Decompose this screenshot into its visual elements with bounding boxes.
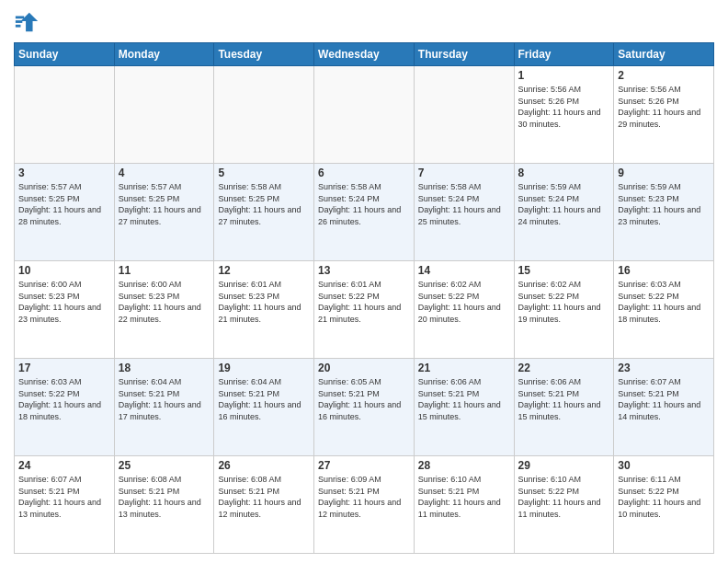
calendar-cell: 15Sunrise: 6:02 AMSunset: 5:22 PMDayligh… <box>514 261 614 359</box>
day-number: 25 <box>119 459 210 472</box>
day-number: 26 <box>218 459 310 472</box>
day-info: Sunrise: 5:57 AMSunset: 5:25 PMDaylight:… <box>18 181 110 227</box>
svg-rect-2 <box>16 16 24 18</box>
calendar-week-row: 3Sunrise: 5:57 AMSunset: 5:25 PMDaylight… <box>15 164 714 261</box>
day-number: 16 <box>618 264 710 277</box>
calendar-cell: 3Sunrise: 5:57 AMSunset: 5:25 PMDaylight… <box>15 164 115 261</box>
calendar-cell: 21Sunrise: 6:06 AMSunset: 5:21 PMDayligh… <box>414 359 514 456</box>
calendar-day-header: Monday <box>114 43 214 66</box>
calendar-cell: 11Sunrise: 6:00 AMSunset: 5:23 PMDayligh… <box>114 261 214 359</box>
calendar-cell: 26Sunrise: 6:08 AMSunset: 5:21 PMDayligh… <box>214 456 314 554</box>
calendar-cell: 17Sunrise: 6:03 AMSunset: 5:22 PMDayligh… <box>15 359 115 456</box>
calendar-cell: 19Sunrise: 6:04 AMSunset: 5:21 PMDayligh… <box>214 359 314 456</box>
calendar-cell: 9Sunrise: 5:59 AMSunset: 5:23 PMDaylight… <box>614 164 714 261</box>
day-number: 10 <box>18 264 110 277</box>
day-info: Sunrise: 6:03 AMSunset: 5:22 PMDaylight:… <box>618 279 710 325</box>
calendar-cell: 28Sunrise: 6:10 AMSunset: 5:21 PMDayligh… <box>414 456 514 554</box>
day-info: Sunrise: 5:59 AMSunset: 5:24 PMDaylight:… <box>518 181 610 227</box>
calendar-day-header: Wednesday <box>314 43 415 66</box>
day-number: 9 <box>618 167 710 179</box>
day-number: 6 <box>318 167 410 179</box>
calendar-cell: 10Sunrise: 6:00 AMSunset: 5:23 PMDayligh… <box>15 261 115 359</box>
day-number: 23 <box>618 362 710 374</box>
calendar-week-row: 24Sunrise: 6:07 AMSunset: 5:21 PMDayligh… <box>15 456 714 554</box>
day-info: Sunrise: 6:01 AMSunset: 5:23 PMDaylight:… <box>218 279 310 325</box>
day-number: 2 <box>618 69 710 82</box>
calendar-cell: 20Sunrise: 6:05 AMSunset: 5:21 PMDayligh… <box>314 359 415 456</box>
calendar-cell: 13Sunrise: 6:01 AMSunset: 5:22 PMDayligh… <box>314 261 415 359</box>
day-info: Sunrise: 5:57 AMSunset: 5:25 PMDaylight:… <box>119 181 210 227</box>
calendar-cell: 30Sunrise: 6:11 AMSunset: 5:22 PMDayligh… <box>614 456 714 554</box>
day-info: Sunrise: 6:11 AMSunset: 5:22 PMDaylight:… <box>618 474 710 520</box>
day-info: Sunrise: 6:00 AMSunset: 5:23 PMDaylight:… <box>18 279 110 325</box>
calendar-cell: 14Sunrise: 6:02 AMSunset: 5:22 PMDayligh… <box>414 261 514 359</box>
calendar-cell <box>414 66 514 164</box>
calendar-cell: 5Sunrise: 5:58 AMSunset: 5:25 PMDaylight… <box>214 164 314 261</box>
day-info: Sunrise: 6:02 AMSunset: 5:22 PMDaylight:… <box>518 279 610 325</box>
day-number: 22 <box>518 362 610 374</box>
page: SundayMondayTuesdayWednesdayThursdayFrid… <box>0 0 728 563</box>
calendar-week-row: 1Sunrise: 5:56 AMSunset: 5:26 PMDaylight… <box>15 66 714 164</box>
calendar-header-row: SundayMondayTuesdayWednesdayThursdayFrid… <box>15 43 714 66</box>
calendar-cell <box>214 66 314 164</box>
day-number: 4 <box>119 167 210 179</box>
day-info: Sunrise: 6:06 AMSunset: 5:21 PMDaylight:… <box>418 376 510 422</box>
day-info: Sunrise: 5:58 AMSunset: 5:24 PMDaylight:… <box>318 181 410 227</box>
calendar-week-row: 10Sunrise: 6:00 AMSunset: 5:23 PMDayligh… <box>15 261 714 359</box>
calendar-cell: 12Sunrise: 6:01 AMSunset: 5:23 PMDayligh… <box>214 261 314 359</box>
day-number: 29 <box>518 459 610 472</box>
calendar-cell: 22Sunrise: 6:06 AMSunset: 5:21 PMDayligh… <box>514 359 614 456</box>
day-number: 17 <box>18 362 110 374</box>
day-number: 28 <box>418 459 510 472</box>
day-info: Sunrise: 6:08 AMSunset: 5:21 PMDaylight:… <box>218 474 310 520</box>
day-info: Sunrise: 6:07 AMSunset: 5:21 PMDaylight:… <box>18 474 110 520</box>
day-number: 14 <box>418 264 510 277</box>
day-number: 8 <box>518 167 610 179</box>
day-info: Sunrise: 6:04 AMSunset: 5:21 PMDaylight:… <box>218 376 310 422</box>
day-number: 12 <box>218 264 310 277</box>
day-info: Sunrise: 6:08 AMSunset: 5:21 PMDaylight:… <box>119 474 210 520</box>
day-number: 1 <box>518 69 610 82</box>
calendar-cell: 24Sunrise: 6:07 AMSunset: 5:21 PMDayligh… <box>15 456 115 554</box>
logo-icon <box>14 9 40 35</box>
day-info: Sunrise: 6:03 AMSunset: 5:22 PMDaylight:… <box>18 376 110 422</box>
day-info: Sunrise: 6:01 AMSunset: 5:22 PMDaylight:… <box>318 279 410 325</box>
svg-rect-4 <box>16 25 21 28</box>
calendar-day-header: Friday <box>514 43 614 66</box>
day-info: Sunrise: 6:00 AMSunset: 5:23 PMDaylight:… <box>119 279 210 325</box>
day-number: 19 <box>218 362 310 374</box>
calendar-cell: 23Sunrise: 6:07 AMSunset: 5:21 PMDayligh… <box>614 359 714 456</box>
day-info: Sunrise: 6:05 AMSunset: 5:21 PMDaylight:… <box>318 376 410 422</box>
day-info: Sunrise: 6:10 AMSunset: 5:22 PMDaylight:… <box>518 474 610 520</box>
day-info: Sunrise: 5:56 AMSunset: 5:26 PMDaylight:… <box>518 84 610 130</box>
calendar-week-row: 17Sunrise: 6:03 AMSunset: 5:22 PMDayligh… <box>15 359 714 456</box>
calendar-cell: 4Sunrise: 5:57 AMSunset: 5:25 PMDaylight… <box>114 164 214 261</box>
day-info: Sunrise: 5:58 AMSunset: 5:24 PMDaylight:… <box>418 181 510 227</box>
logo <box>14 9 43 35</box>
calendar-cell: 6Sunrise: 5:58 AMSunset: 5:24 PMDaylight… <box>314 164 415 261</box>
day-info: Sunrise: 6:10 AMSunset: 5:21 PMDaylight:… <box>418 474 510 520</box>
calendar-cell <box>15 66 115 164</box>
calendar-cell: 7Sunrise: 5:58 AMSunset: 5:24 PMDaylight… <box>414 164 514 261</box>
day-info: Sunrise: 5:58 AMSunset: 5:25 PMDaylight:… <box>218 181 310 227</box>
calendar-cell: 2Sunrise: 5:56 AMSunset: 5:26 PMDaylight… <box>614 66 714 164</box>
day-number: 20 <box>318 362 410 374</box>
day-number: 11 <box>119 264 210 277</box>
day-number: 3 <box>18 167 110 179</box>
header <box>14 9 714 35</box>
calendar-cell <box>314 66 415 164</box>
day-number: 7 <box>418 167 510 179</box>
day-number: 18 <box>119 362 210 374</box>
day-number: 15 <box>518 264 610 277</box>
calendar-cell: 16Sunrise: 6:03 AMSunset: 5:22 PMDayligh… <box>614 261 714 359</box>
calendar-day-header: Sunday <box>15 43 115 66</box>
calendar-day-header: Saturday <box>614 43 714 66</box>
svg-rect-3 <box>16 20 22 23</box>
day-info: Sunrise: 5:59 AMSunset: 5:23 PMDaylight:… <box>618 181 710 227</box>
calendar-cell: 1Sunrise: 5:56 AMSunset: 5:26 PMDaylight… <box>514 66 614 164</box>
calendar-cell: 18Sunrise: 6:04 AMSunset: 5:21 PMDayligh… <box>114 359 214 456</box>
day-info: Sunrise: 6:06 AMSunset: 5:21 PMDaylight:… <box>518 376 610 422</box>
day-number: 30 <box>618 459 710 472</box>
calendar-cell: 29Sunrise: 6:10 AMSunset: 5:22 PMDayligh… <box>514 456 614 554</box>
calendar-cell: 25Sunrise: 6:08 AMSunset: 5:21 PMDayligh… <box>114 456 214 554</box>
